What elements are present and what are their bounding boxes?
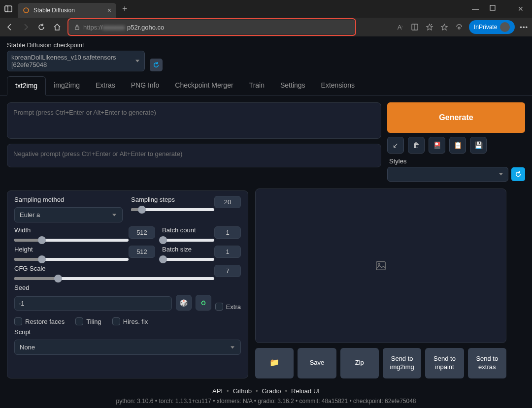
clear-prompt-button[interactable]: 🗑 [408, 137, 425, 154]
svg-rect-0 [5, 6, 12, 12]
save-button[interactable]: Save [298, 348, 336, 378]
browser-tab[interactable]: Stable Diffusion × [18, 3, 116, 18]
clipboard-button[interactable]: 📋 [449, 137, 466, 154]
more-menu-button[interactable]: ••• [520, 24, 528, 31]
tab-train[interactable]: Train [241, 76, 272, 95]
width-label: Width 512 [14, 226, 155, 234]
tab-settings[interactable]: Settings [272, 76, 313, 95]
close-window-button[interactable]: ✕ [512, 5, 529, 13]
hires-fix-checkbox[interactable]: Hires. fix [112, 317, 148, 325]
clipboard-icon: 📋 [454, 141, 462, 149]
maximize-button[interactable] [490, 5, 506, 13]
url-text: https://xxxxxxxp52r.goho.co [83, 24, 164, 31]
refresh-button[interactable] [35, 21, 47, 33]
footer-links: API• Github• Gradio• Reload UI [0, 387, 532, 395]
send-to-extras-button[interactable]: Send to extras [468, 348, 506, 378]
send-to-inpaint-button[interactable]: Send to inpaint [425, 348, 464, 378]
batch-count-slider[interactable] [162, 239, 214, 242]
profile-avatar-icon [500, 22, 510, 32]
footer-github-link[interactable]: Github [233, 387, 252, 395]
footer-api-link[interactable]: API [212, 387, 223, 395]
restore-faces-checkbox[interactable]: Restore faces [14, 317, 65, 325]
batch-size-label: Batch size 1 [162, 246, 241, 253]
script-label: Script [14, 328, 241, 336]
collections-icon[interactable] [454, 22, 464, 32]
add-favorite-icon[interactable] [425, 22, 434, 32]
batch-size-slider[interactable] [162, 258, 214, 261]
save-style-button[interactable]: 💾 [470, 137, 487, 154]
batch-count-value[interactable]: 1 [214, 226, 241, 239]
save-icon: 💾 [474, 141, 483, 149]
tab-extras[interactable]: Extras [88, 76, 123, 95]
reading-view-icon[interactable] [410, 22, 420, 32]
checkpoint-refresh-button[interactable] [150, 59, 163, 71]
favorites-icon[interactable] [439, 22, 449, 32]
zip-button[interactable]: Zip [340, 348, 379, 378]
footer-gradio-link[interactable]: Gradio [262, 387, 281, 395]
svg-rect-7 [376, 262, 385, 270]
footer-reload-link[interactable]: Reload UI [291, 387, 320, 395]
height-slider[interactable] [14, 258, 129, 261]
send-to-img2img-button[interactable]: Send to img2img [383, 348, 421, 378]
width-slider[interactable] [14, 239, 129, 242]
extra-checkbox[interactable]: Extra [215, 303, 241, 311]
tab-png-info[interactable]: PNG Info [123, 76, 167, 95]
params-panel: Sampling method Euler a Sampling steps 2… [7, 190, 248, 378]
script-select[interactable]: None [14, 340, 241, 355]
prompt-input[interactable] [7, 102, 381, 139]
styles-refresh-button[interactable] [511, 167, 525, 181]
tabs-overview-icon[interactable] [3, 3, 14, 14]
seed-random-button[interactable]: 🎲 [176, 295, 192, 311]
sampling-method-label: Sampling method [14, 196, 124, 203]
tab-checkpoint-merger[interactable]: Checkpoint Merger [167, 76, 241, 95]
seed-reuse-button[interactable]: ♻ [196, 295, 211, 311]
sampling-steps-value[interactable]: 20 [214, 196, 241, 208]
seed-label: Seed [14, 284, 172, 291]
svg-rect-1 [5, 6, 8, 12]
read-aloud-icon[interactable]: A⁾ [395, 22, 405, 32]
arrow-icon: ↙ [393, 141, 399, 149]
main-tabs: txt2img img2img Extras PNG Info Checkpoi… [0, 76, 532, 95]
tab-title: Stable Diffusion [33, 7, 103, 14]
inprivate-badge[interactable]: InPrivate [469, 20, 515, 34]
sampling-steps-slider[interactable] [131, 208, 214, 211]
address-bar[interactable]: https://xxxxxxxp52r.goho.co [69, 20, 355, 34]
new-tab-button[interactable]: + [122, 4, 128, 14]
tab-txt2img[interactable]: txt2img [7, 76, 46, 95]
height-value[interactable]: 512 [129, 246, 155, 258]
svg-rect-4 [75, 27, 79, 30]
footer-versions: python: 3.10.6 • torch: 1.13.1+cu117 • x… [0, 398, 532, 405]
cfg-scale-slider[interactable] [14, 277, 214, 280]
negative-prompt-input[interactable] [7, 144, 381, 167]
batch-size-value[interactable]: 1 [214, 246, 241, 258]
cfg-scale-label: CFG Scale 7 [14, 265, 241, 272]
tab-img2img[interactable]: img2img [46, 76, 88, 95]
tab-favicon-icon [23, 7, 30, 14]
tab-close-icon[interactable]: × [107, 6, 111, 14]
sampling-method-select[interactable]: Euler a [14, 207, 123, 222]
extra-networks-button[interactable]: 🎴 [429, 137, 445, 154]
tab-extensions[interactable]: Extensions [313, 76, 363, 95]
open-folder-button[interactable]: 📁 [255, 348, 294, 378]
svg-rect-3 [490, 5, 495, 10]
seed-input[interactable]: -1 [14, 296, 172, 311]
width-value[interactable]: 512 [129, 226, 155, 239]
tiling-checkbox[interactable]: Tiling [75, 317, 101, 325]
svg-point-2 [24, 8, 29, 13]
image-placeholder-icon [375, 260, 386, 271]
output-image-preview [255, 188, 506, 343]
sampling-steps-label: Sampling steps 20 [131, 196, 241, 203]
generate-button[interactable]: Generate [387, 102, 525, 133]
dice-icon: 🎲 [180, 299, 188, 307]
checkpoint-select[interactable]: koreanDollLikeness_v10.safetensors [62ef… [7, 51, 145, 71]
trash-icon: 🗑 [413, 141, 420, 149]
recycle-icon: ♻ [200, 299, 206, 307]
cfg-scale-value[interactable]: 7 [214, 265, 241, 277]
home-button[interactable] [51, 21, 63, 33]
styles-select[interactable] [387, 167, 508, 182]
back-button[interactable] [4, 21, 16, 33]
card-icon: 🎴 [433, 141, 441, 149]
batch-count-label: Batch count 1 [162, 226, 241, 234]
interrogate-button[interactable]: ↙ [387, 137, 404, 154]
minimize-button[interactable]: — [467, 5, 484, 13]
